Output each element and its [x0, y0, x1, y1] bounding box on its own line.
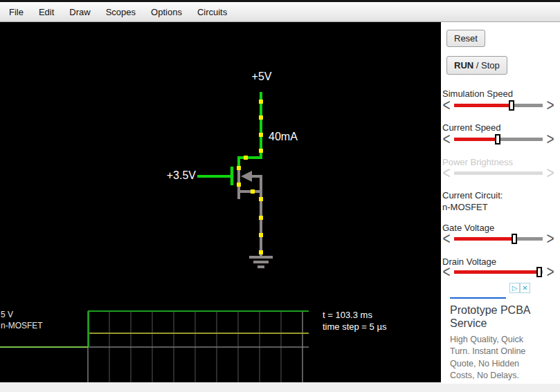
- scope-grid: [88, 311, 309, 382]
- slider-left-arrow-icon: <: [441, 165, 452, 181]
- slider-thumb[interactable]: [536, 267, 542, 277]
- gate-wire[interactable]: [197, 167, 232, 185]
- drain-voltage-slider[interactable]: < >: [441, 265, 556, 278]
- control-sidebar: Reset RUN / Stop Simulation Speed < > Cu…: [441, 22, 560, 384]
- slider-fill: [454, 104, 512, 107]
- supply-voltage-label[interactable]: +5V: [242, 71, 281, 83]
- adchoices-icon[interactable]: ▷: [509, 283, 520, 293]
- ground-icon[interactable]: [249, 257, 273, 267]
- mosfet-body[interactable]: [239, 166, 261, 199]
- slider-left-arrow-icon[interactable]: <: [441, 97, 452, 113]
- slider-track[interactable]: [454, 237, 543, 241]
- slider-left-arrow-icon[interactable]: <: [441, 264, 452, 280]
- menu-draw[interactable]: Draw: [69, 7, 90, 17]
- reset-button[interactable]: Reset: [446, 30, 485, 47]
- slider-left-arrow-icon[interactable]: <: [441, 131, 452, 147]
- circuit-canvas[interactable]: +5V 40mA +3.5V 5 V n-MOSFET t = 103.3 ms…: [0, 22, 441, 382]
- scope-element-label: n-MOSFET: [1, 321, 43, 330]
- slider-thumb[interactable]: [509, 100, 514, 111]
- ad-divider: [450, 297, 506, 299]
- slider-fill: [454, 237, 515, 241]
- ad-title[interactable]: Prototype PCBA Service: [450, 304, 533, 330]
- menu-options[interactable]: Options: [151, 7, 182, 17]
- circuit-simulator-app: File Edit Draw Scopes Options Circuits: [0, 0, 560, 392]
- menu-bar: File Edit Draw Scopes Options Circuits: [0, 2, 560, 22]
- ad-controls: ▷ ✕: [509, 283, 530, 293]
- gate-voltage-label[interactable]: +3.5V: [159, 169, 196, 182]
- slider-track[interactable]: [454, 138, 543, 141]
- ad-body[interactable]: High Quality, Quick Turn. Instant Online…: [450, 334, 533, 382]
- slider-track[interactable]: [454, 270, 543, 274]
- current-value-label: 40mA: [269, 131, 298, 143]
- run-stop-button[interactable]: RUN / Stop: [446, 56, 507, 75]
- menu-edit[interactable]: Edit: [39, 7, 54, 17]
- slider-thumb[interactable]: [512, 234, 517, 244]
- slider-right-arrow-icon[interactable]: >: [545, 231, 556, 247]
- stop-label: / Stop: [473, 60, 500, 71]
- slider-track[interactable]: [454, 104, 543, 107]
- slider-track: [454, 171, 543, 175]
- power-brightness-slider: < >: [441, 167, 556, 179]
- scope-timestep-label: time step = 5 µs: [323, 321, 386, 332]
- scope-scale-label: 5 V: [1, 310, 13, 319]
- slider-right-arrow-icon[interactable]: >: [545, 264, 556, 280]
- current-speed-slider[interactable]: < >: [441, 133, 556, 145]
- slider-left-arrow-icon[interactable]: <: [441, 231, 452, 247]
- run-label: RUN: [454, 60, 473, 71]
- slider-thumb[interactable]: [495, 134, 500, 144]
- simulation-speed-slider[interactable]: < >: [441, 99, 556, 111]
- gate-voltage-slider[interactable]: < >: [441, 232, 556, 245]
- menu-scopes[interactable]: Scopes: [106, 7, 136, 17]
- menu-file[interactable]: File: [9, 7, 24, 17]
- power-brightness-label: Power Brightness: [442, 157, 513, 167]
- ad-close-icon[interactable]: ✕: [520, 283, 530, 293]
- simulation-speed-label: Simulation Speed: [442, 88, 513, 99]
- slider-fill: [454, 270, 540, 274]
- menu-circuits[interactable]: Circuits: [197, 7, 227, 17]
- current-circuit-name: n-MOSFET: [442, 202, 488, 212]
- mosfet-arrow-icon: [241, 171, 252, 182]
- slider-fill: [454, 138, 498, 141]
- scope-time-label: t = 103.3 ms: [323, 310, 372, 320]
- slider-right-arrow-icon[interactable]: >: [545, 97, 556, 113]
- slider-right-arrow-icon: >: [545, 165, 556, 181]
- slider-right-arrow-icon[interactable]: >: [545, 131, 556, 147]
- current-circuit-caption: Current Circuit:: [442, 190, 503, 200]
- drain-supply-wire[interactable]: [239, 92, 261, 167]
- scope-traces[interactable]: [0, 311, 309, 347]
